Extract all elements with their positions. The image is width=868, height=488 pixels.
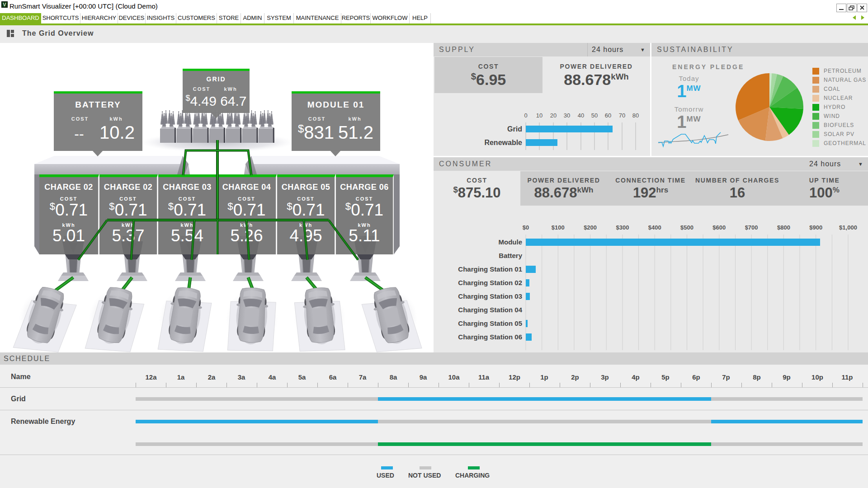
svg-text:Charging Station 06: Charging Station 06 — [458, 333, 522, 341]
svg-text:Module: Module — [499, 238, 523, 246]
svg-text:$400: $400 — [648, 224, 661, 231]
svg-text:$200: $200 — [584, 224, 597, 231]
svg-text:Charging Station 04: Charging Station 04 — [458, 306, 522, 314]
svg-text:40: 40 — [578, 112, 584, 119]
svg-text:Charging Station 05: Charging Station 05 — [458, 319, 522, 327]
svg-text:Battery: Battery — [499, 252, 522, 259]
svg-text:0: 0 — [524, 112, 527, 119]
svg-text:Charging Station 02: Charging Station 02 — [458, 279, 522, 286]
svg-text:$600: $600 — [712, 224, 726, 231]
svg-text:20: 20 — [550, 112, 557, 119]
svg-text:$1,000: $1,000 — [839, 224, 857, 231]
svg-text:30: 30 — [564, 112, 570, 119]
svg-text:$700: $700 — [745, 224, 758, 231]
svg-text:80: 80 — [632, 112, 639, 119]
svg-text:$800: $800 — [777, 224, 790, 231]
svg-text:10: 10 — [536, 112, 542, 119]
svg-text:Renewable: Renewable — [484, 139, 522, 146]
svg-text:Charging Station 01: Charging Station 01 — [458, 265, 522, 273]
svg-text:50: 50 — [591, 112, 598, 119]
svg-text:70: 70 — [619, 112, 625, 119]
svg-text:$100: $100 — [552, 224, 565, 231]
svg-text:$0: $0 — [523, 224, 529, 231]
svg-text:60: 60 — [605, 112, 611, 119]
svg-text:$900: $900 — [809, 224, 822, 231]
svg-text:Charging Station 03: Charging Station 03 — [458, 292, 522, 300]
svg-text:$300: $300 — [616, 224, 629, 231]
svg-text:Grid: Grid — [507, 125, 522, 133]
svg-text:$500: $500 — [680, 224, 693, 231]
